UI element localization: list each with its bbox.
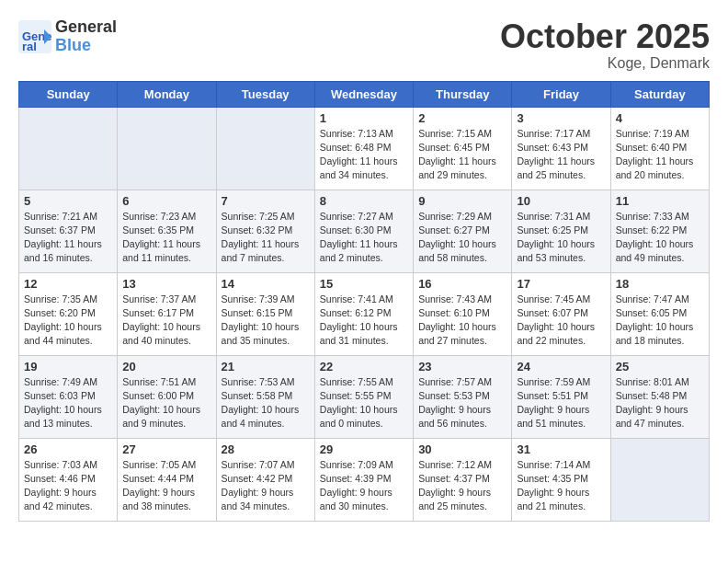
calendar-body: 1Sunrise: 7:13 AMSunset: 6:48 PMDaylight… xyxy=(19,107,710,521)
weekday-header: Saturday xyxy=(610,81,709,107)
day-number: 14 xyxy=(222,277,310,291)
day-info: Sunrise: 7:09 AMSunset: 4:39 PMDaylight:… xyxy=(320,458,408,514)
day-info: Sunrise: 7:07 AMSunset: 4:42 PMDaylight:… xyxy=(222,458,310,514)
calendar-cell: 17Sunrise: 7:45 AMSunset: 6:07 PMDayligh… xyxy=(512,272,610,355)
day-number: 1 xyxy=(320,111,408,125)
calendar-cell: 21Sunrise: 7:53 AMSunset: 5:58 PMDayligh… xyxy=(216,355,314,438)
calendar-table: SundayMondayTuesdayWednesdayThursdayFrid… xyxy=(18,81,710,522)
calendar-cell: 22Sunrise: 7:55 AMSunset: 5:55 PMDayligh… xyxy=(314,355,413,438)
day-info: Sunrise: 7:21 AMSunset: 6:37 PMDaylight:… xyxy=(24,210,112,266)
day-number: 24 xyxy=(517,360,605,373)
day-number: 3 xyxy=(517,111,605,125)
day-info: Sunrise: 7:25 AMSunset: 6:32 PMDaylight:… xyxy=(222,210,310,266)
calendar-cell: 5Sunrise: 7:21 AMSunset: 6:37 PMDaylight… xyxy=(19,190,118,272)
title-block: October 2025 Koge, Denmark xyxy=(500,18,710,72)
day-info: Sunrise: 7:03 AMSunset: 4:46 PMDaylight:… xyxy=(24,458,112,514)
day-info: Sunrise: 7:35 AMSunset: 6:20 PMDaylight:… xyxy=(24,293,112,349)
weekday-header: Sunday xyxy=(19,81,118,107)
day-info: Sunrise: 7:55 AMSunset: 5:55 PMDaylight:… xyxy=(320,375,408,431)
calendar-cell: 7Sunrise: 7:25 AMSunset: 6:32 PMDaylight… xyxy=(216,190,314,272)
day-info: Sunrise: 7:47 AMSunset: 6:05 PMDaylight:… xyxy=(616,293,704,349)
day-number: 25 xyxy=(616,360,704,373)
day-info: Sunrise: 7:12 AMSunset: 4:37 PMDaylight:… xyxy=(418,458,506,514)
calendar-cell: 4Sunrise: 7:19 AMSunset: 6:40 PMDaylight… xyxy=(610,107,709,190)
calendar-cell: 10Sunrise: 7:31 AMSunset: 6:25 PMDayligh… xyxy=(512,190,610,272)
day-info: Sunrise: 8:01 AMSunset: 5:48 PMDaylight:… xyxy=(616,375,704,431)
calendar-cell: 28Sunrise: 7:07 AMSunset: 4:42 PMDayligh… xyxy=(216,438,314,521)
calendar-cell: 16Sunrise: 7:43 AMSunset: 6:10 PMDayligh… xyxy=(414,272,512,355)
day-number: 29 xyxy=(320,442,408,456)
day-info: Sunrise: 7:29 AMSunset: 6:27 PMDaylight:… xyxy=(418,210,506,266)
calendar-cell: 6Sunrise: 7:23 AMSunset: 6:35 PMDaylight… xyxy=(118,190,216,272)
day-info: Sunrise: 7:23 AMSunset: 6:35 PMDaylight:… xyxy=(122,210,210,266)
calendar-cell xyxy=(216,107,314,190)
day-info: Sunrise: 7:53 AMSunset: 5:58 PMDaylight:… xyxy=(222,375,310,431)
day-number: 22 xyxy=(320,360,408,373)
calendar-cell: 29Sunrise: 7:09 AMSunset: 4:39 PMDayligh… xyxy=(314,438,413,521)
day-info: Sunrise: 7:05 AMSunset: 4:44 PMDaylight:… xyxy=(122,458,210,514)
day-info: Sunrise: 7:15 AMSunset: 6:45 PMDaylight:… xyxy=(418,127,506,183)
day-info: Sunrise: 7:37 AMSunset: 6:17 PMDaylight:… xyxy=(122,293,210,349)
day-number: 30 xyxy=(418,442,506,456)
day-number: 6 xyxy=(122,194,210,208)
calendar-cell xyxy=(19,107,118,190)
day-info: Sunrise: 7:33 AMSunset: 6:22 PMDaylight:… xyxy=(616,210,704,266)
calendar-subtitle: Koge, Denmark xyxy=(500,55,710,72)
day-number: 23 xyxy=(418,360,506,373)
weekday-header: Friday xyxy=(512,81,610,107)
calendar-cell: 30Sunrise: 7:12 AMSunset: 4:37 PMDayligh… xyxy=(414,438,512,521)
day-info: Sunrise: 7:43 AMSunset: 6:10 PMDaylight:… xyxy=(418,293,506,349)
day-info: Sunrise: 7:13 AMSunset: 6:48 PMDaylight:… xyxy=(320,127,408,183)
weekday-row: SundayMondayTuesdayWednesdayThursdayFrid… xyxy=(19,81,710,107)
day-info: Sunrise: 7:41 AMSunset: 6:12 PMDaylight:… xyxy=(320,293,408,349)
day-number: 18 xyxy=(616,277,704,291)
calendar-week-row: 5Sunrise: 7:21 AMSunset: 6:37 PMDaylight… xyxy=(19,190,710,272)
day-number: 5 xyxy=(24,194,112,208)
day-number: 2 xyxy=(418,111,506,125)
calendar-cell xyxy=(118,107,216,190)
page: Gene ral General Blue October 2025 Koge,… xyxy=(0,0,728,531)
calendar-cell: 18Sunrise: 7:47 AMSunset: 6:05 PMDayligh… xyxy=(610,272,709,355)
day-info: Sunrise: 7:31 AMSunset: 6:25 PMDaylight:… xyxy=(517,210,605,266)
calendar-week-row: 12Sunrise: 7:35 AMSunset: 6:20 PMDayligh… xyxy=(19,272,710,355)
calendar-cell: 12Sunrise: 7:35 AMSunset: 6:20 PMDayligh… xyxy=(19,272,118,355)
calendar-cell: 1Sunrise: 7:13 AMSunset: 6:48 PMDaylight… xyxy=(314,107,413,190)
logo-line1: General xyxy=(55,18,117,37)
day-info: Sunrise: 7:59 AMSunset: 5:51 PMDaylight:… xyxy=(517,375,605,431)
day-number: 27 xyxy=(122,442,210,456)
day-number: 13 xyxy=(122,277,210,291)
weekday-header: Tuesday xyxy=(216,81,314,107)
day-number: 16 xyxy=(418,277,506,291)
day-number: 15 xyxy=(320,277,408,291)
day-number: 26 xyxy=(24,442,112,456)
calendar-title: October 2025 xyxy=(500,18,710,55)
day-info: Sunrise: 7:19 AMSunset: 6:40 PMDaylight:… xyxy=(616,127,704,183)
calendar-cell: 14Sunrise: 7:39 AMSunset: 6:15 PMDayligh… xyxy=(216,272,314,355)
day-info: Sunrise: 7:27 AMSunset: 6:30 PMDaylight:… xyxy=(320,210,408,266)
day-number: 21 xyxy=(222,360,310,373)
day-number: 10 xyxy=(517,194,605,208)
day-number: 4 xyxy=(616,111,704,125)
logo-text: General Blue xyxy=(55,18,117,55)
day-number: 31 xyxy=(517,442,605,456)
day-number: 7 xyxy=(222,194,310,208)
day-info: Sunrise: 7:57 AMSunset: 5:53 PMDaylight:… xyxy=(418,375,506,431)
svg-text:ral: ral xyxy=(22,40,37,53)
day-number: 20 xyxy=(122,360,210,373)
day-number: 11 xyxy=(616,194,704,208)
calendar-cell: 19Sunrise: 7:49 AMSunset: 6:03 PMDayligh… xyxy=(19,355,118,438)
calendar-cell: 15Sunrise: 7:41 AMSunset: 6:12 PMDayligh… xyxy=(314,272,413,355)
weekday-header: Thursday xyxy=(414,81,512,107)
day-number: 8 xyxy=(320,194,408,208)
calendar-cell: 9Sunrise: 7:29 AMSunset: 6:27 PMDaylight… xyxy=(414,190,512,272)
calendar-cell: 31Sunrise: 7:14 AMSunset: 4:35 PMDayligh… xyxy=(512,438,610,521)
calendar-cell: 13Sunrise: 7:37 AMSunset: 6:17 PMDayligh… xyxy=(118,272,216,355)
day-info: Sunrise: 7:14 AMSunset: 4:35 PMDaylight:… xyxy=(517,458,605,514)
calendar-cell: 25Sunrise: 8:01 AMSunset: 5:48 PMDayligh… xyxy=(610,355,709,438)
weekday-header: Monday xyxy=(118,81,216,107)
day-info: Sunrise: 7:39 AMSunset: 6:15 PMDaylight:… xyxy=(222,293,310,349)
calendar-cell: 2Sunrise: 7:15 AMSunset: 6:45 PMDaylight… xyxy=(414,107,512,190)
weekday-header: Wednesday xyxy=(314,81,413,107)
day-number: 12 xyxy=(24,277,112,291)
calendar-week-row: 19Sunrise: 7:49 AMSunset: 6:03 PMDayligh… xyxy=(19,355,710,438)
